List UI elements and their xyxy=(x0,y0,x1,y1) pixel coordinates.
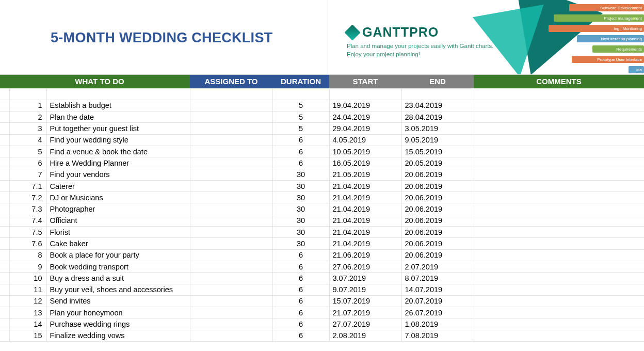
cell-assigned[interactable] xyxy=(190,111,272,123)
cell-assigned[interactable] xyxy=(190,295,272,307)
cell-assigned[interactable] xyxy=(190,192,272,203)
cell-end[interactable]: 20.07.2019 xyxy=(401,295,474,307)
cell-duration[interactable]: 6 xyxy=(272,146,329,157)
cell-assigned[interactable] xyxy=(190,261,272,272)
cell-assigned[interactable] xyxy=(190,238,272,249)
cell-comments[interactable] xyxy=(474,227,644,238)
cell-assigned[interactable] xyxy=(190,273,272,284)
table-row[interactable]: 15Finalize wedding vows62.08.20197.08.20… xyxy=(0,330,644,341)
cell-assigned[interactable] xyxy=(190,134,272,146)
cell-start[interactable]: 3.07.2019 xyxy=(329,273,401,284)
cell-end[interactable]: 20.06.2019 xyxy=(401,203,474,215)
cell-gutter[interactable] xyxy=(0,157,9,169)
cell-start[interactable]: 21.04.2019 xyxy=(329,180,401,192)
cell-number[interactable]: 7.5 xyxy=(9,227,46,238)
cell-duration[interactable]: 6 xyxy=(272,284,329,295)
cell-task[interactable]: Buy a dress and a suit xyxy=(46,273,190,284)
cell-comments[interactable] xyxy=(474,249,644,261)
table-row[interactable]: 7.2DJ or Musicians3021.04.201920.06.2019 xyxy=(0,192,644,203)
cell-start[interactable]: 21.04.2019 xyxy=(329,238,401,249)
cell-duration[interactable]: 30 xyxy=(272,238,329,249)
cell-duration[interactable]: 6 xyxy=(272,261,329,272)
table-row[interactable]: 3Put together your guest list529.04.2019… xyxy=(0,123,644,134)
cell-gutter[interactable] xyxy=(0,318,9,330)
cell-end[interactable]: 28.04.2019 xyxy=(401,111,474,123)
cell-comments[interactable] xyxy=(474,169,644,180)
cell-duration[interactable]: 30 xyxy=(272,169,329,180)
cell-gutter[interactable] xyxy=(0,169,9,180)
cell-gutter[interactable] xyxy=(0,192,9,203)
cell-number[interactable]: 8 xyxy=(9,249,46,261)
cell-task[interactable]: Cake baker xyxy=(46,238,190,249)
cell-start[interactable]: 16.05.2019 xyxy=(329,157,401,169)
cell-number[interactable]: 7.4 xyxy=(9,215,46,226)
cell-task[interactable]: Put together your guest list xyxy=(46,123,190,134)
checklist-table[interactable]: WHAT TO DO ASSIGNED TO DURATION START EN… xyxy=(0,75,644,342)
cell-duration[interactable]: 5 xyxy=(272,100,329,111)
cell-number[interactable]: 7 xyxy=(9,169,46,180)
cell-number[interactable]: 12 xyxy=(9,295,46,307)
cell-number[interactable]: 6 xyxy=(9,157,46,169)
table-row[interactable]: 5Find a venue & book the date610.05.2019… xyxy=(0,146,644,157)
cell-task[interactable]: Book wedding transport xyxy=(46,261,190,272)
cell-gutter[interactable] xyxy=(0,295,9,307)
cell-task[interactable]: Caterer xyxy=(46,180,190,192)
cell-end[interactable]: 9.05.2019 xyxy=(401,134,474,146)
cell-assigned[interactable] xyxy=(190,123,272,134)
cell-comments[interactable] xyxy=(474,157,644,169)
cell-gutter[interactable] xyxy=(0,261,9,272)
cell-gutter[interactable] xyxy=(0,227,9,238)
cell-assigned[interactable] xyxy=(190,215,272,226)
cell-comments[interactable] xyxy=(474,146,644,157)
cell-comments[interactable] xyxy=(474,215,644,226)
cell-end[interactable]: 1.08.2019 xyxy=(401,318,474,330)
cell-end[interactable]: 15.05.2019 xyxy=(401,146,474,157)
cell-task[interactable]: Hire a Wedding Planner xyxy=(46,157,190,169)
cell-duration[interactable]: 30 xyxy=(272,203,329,215)
cell-comments[interactable] xyxy=(474,123,644,134)
cell-number[interactable]: 13 xyxy=(9,307,46,318)
table-row[interactable]: 7.6Cake baker3021.04.201920.06.2019 xyxy=(0,238,644,249)
cell-comments[interactable] xyxy=(474,192,644,203)
table-row[interactable]: 2Plan the date524.04.201928.04.2019 xyxy=(0,111,644,123)
cell-comments[interactable] xyxy=(474,273,644,284)
cell-comments[interactable] xyxy=(474,295,644,307)
cell-gutter[interactable] xyxy=(0,238,9,249)
cell-start[interactable]: 24.04.2019 xyxy=(329,111,401,123)
cell-task[interactable]: Book a place for your party xyxy=(46,249,190,261)
cell-duration[interactable]: 5 xyxy=(272,123,329,134)
col-what[interactable]: WHAT TO DO xyxy=(9,75,190,88)
cell-comments[interactable] xyxy=(474,284,644,295)
cell-task[interactable]: DJ or Musicians xyxy=(46,192,190,203)
table-row[interactable]: 7.3Photographer3021.04.201920.06.2019 xyxy=(0,203,644,215)
cell-start[interactable]: 21.04.2019 xyxy=(329,192,401,203)
cell-duration[interactable]: 6 xyxy=(272,307,329,318)
cell-gutter[interactable] xyxy=(0,123,9,134)
cell-number[interactable]: 3 xyxy=(9,123,46,134)
cell-assigned[interactable] xyxy=(190,284,272,295)
cell-gutter[interactable] xyxy=(0,203,9,215)
cell-duration[interactable]: 6 xyxy=(272,157,329,169)
cell-start[interactable]: 21.04.2019 xyxy=(329,227,401,238)
cell-end[interactable]: 20.06.2019 xyxy=(401,215,474,226)
cell-number[interactable]: 9 xyxy=(9,261,46,272)
cell-number[interactable]: 5 xyxy=(9,146,46,157)
cell-gutter[interactable] xyxy=(0,284,9,295)
col-duration[interactable]: DURATION xyxy=(272,75,329,88)
cell-start[interactable]: 21.04.2019 xyxy=(329,203,401,215)
cell-duration[interactable]: 30 xyxy=(272,215,329,226)
table-row[interactable]: 7Find your vendors3021.05.201920.06.2019 xyxy=(0,169,644,180)
cell-assigned[interactable] xyxy=(190,318,272,330)
cell-number[interactable]: 7.1 xyxy=(9,180,46,192)
cell-number[interactable]: 10 xyxy=(9,273,46,284)
cell-duration[interactable]: 6 xyxy=(272,295,329,307)
cell-task[interactable]: Plan your honeymoon xyxy=(46,307,190,318)
cell-gutter[interactable] xyxy=(0,100,9,111)
cell-task[interactable]: Florist xyxy=(46,227,190,238)
cell-comments[interactable] xyxy=(474,180,644,192)
cell-duration[interactable]: 30 xyxy=(272,180,329,192)
cell-duration[interactable]: 5 xyxy=(272,111,329,123)
cell-duration[interactable]: 6 xyxy=(272,134,329,146)
cell-task[interactable]: Officiant xyxy=(46,215,190,226)
cell-number[interactable]: 14 xyxy=(9,318,46,330)
